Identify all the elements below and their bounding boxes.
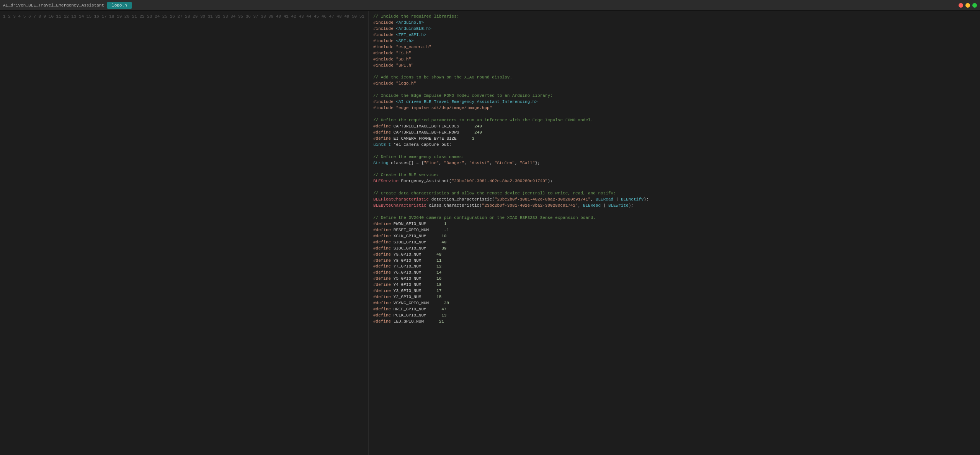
close-button[interactable]: [959, 3, 963, 8]
line-numbers: 1 2 3 4 5 6 7 8 9 10 11 12 13 14 15 16 1…: [0, 11, 369, 455]
maximize-button[interactable]: [972, 3, 977, 8]
app: AI_driven_BLE_Travel_Emergency_Assistant…: [0, 0, 980, 455]
tab-label: logo.h: [112, 3, 127, 8]
code-editor[interactable]: // Include the required libraries: #incl…: [369, 11, 980, 455]
tab-active[interactable]: logo.h: [107, 2, 132, 9]
window-controls: [959, 3, 977, 8]
minimize-button[interactable]: [965, 3, 970, 8]
title-bar: AI_driven_BLE_Travel_Emergency_Assistant…: [0, 0, 980, 11]
window-title: AI_driven_BLE_Travel_Emergency_Assistant: [3, 3, 104, 8]
editor-area: 1 2 3 4 5 6 7 8 9 10 11 12 13 14 15 16 1…: [0, 11, 980, 455]
